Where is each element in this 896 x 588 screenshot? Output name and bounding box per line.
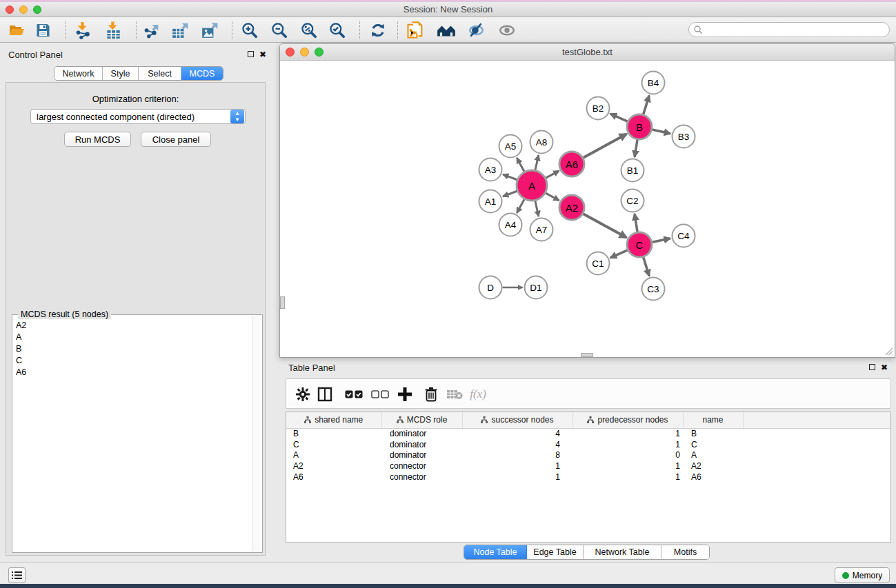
graph-edge-B-B3[interactable] [653, 130, 670, 134]
graph-node-B4[interactable]: B4 [642, 72, 665, 94]
graph-edge-C-C2[interactable] [635, 214, 637, 232]
result-scrollbar-track[interactable] [252, 316, 261, 551]
graph-node-A8[interactable]: A8 [530, 131, 553, 154]
select-all-columns-button[interactable] [341, 383, 366, 405]
import-network-button[interactable] [71, 19, 94, 41]
graph-node-C[interactable]: C [627, 232, 652, 257]
graph-node-A[interactable]: A [517, 170, 547, 201]
graph-node-A6[interactable]: A6 [559, 152, 584, 176]
column-settings-button[interactable] [292, 383, 314, 405]
close-panel-button[interactable]: Close panel [141, 132, 211, 147]
graph-edge-B-B1[interactable] [635, 140, 637, 157]
graph-node-B[interactable]: B [627, 114, 652, 139]
graph-node-C3[interactable]: C3 [642, 278, 665, 301]
table-row[interactable]: A6 connector 1 1 A6 [286, 472, 890, 483]
graph-node-C1[interactable]: C1 [587, 252, 610, 275]
tab-node-table[interactable]: Node Table [464, 545, 527, 559]
graph-node-C2[interactable]: C2 [621, 190, 644, 212]
optimization-criterion-dropdown[interactable]: largest connected component (directed) ▲… [30, 109, 246, 124]
export-network-button[interactable] [139, 19, 163, 41]
save-session-button[interactable] [31, 19, 54, 41]
export-image-button[interactable] [198, 19, 221, 41]
zoom-selected-button[interactable] [326, 19, 349, 41]
tab-mcds[interactable]: MCDS [181, 67, 223, 80]
graph-edge-B-B4[interactable] [644, 96, 650, 114]
run-mcds-button[interactable]: Run MCDS [64, 132, 131, 147]
graph-node-A2[interactable]: A2 [559, 195, 584, 220]
graph-edge-C-C1[interactable] [610, 250, 628, 258]
import-table-button[interactable] [101, 19, 125, 41]
table-row[interactable]: A dominator 8 0 A [286, 449, 890, 460]
graph-node-A4[interactable]: A4 [499, 214, 522, 236]
graph-node-D1[interactable]: D1 [525, 276, 548, 299]
network-graph[interactable]: B4B2BB3A5A8A6A3B1AA1C2A2A4A7CC4C1C3DD1 [280, 61, 895, 357]
search-input[interactable] [703, 23, 889, 36]
graph-edge-A-A3[interactable] [503, 174, 517, 180]
search-field[interactable] [688, 22, 890, 37]
float-table-panel-icon[interactable] [869, 364, 875, 370]
graph-edge-A-A2[interactable] [546, 193, 559, 201]
zoom-fit-button[interactable] [297, 19, 321, 41]
result-item[interactable]: A6 [13, 366, 252, 378]
graph-node-B1[interactable]: B1 [621, 159, 644, 182]
result-item[interactable]: B [13, 343, 252, 354]
show-graphics-details-button[interactable] [495, 19, 519, 41]
apply-preferred-layout-button[interactable] [435, 19, 458, 41]
column-header-mcds-role[interactable]: MCDS role [381, 412, 462, 428]
graph-edge-A-A7[interactable] [535, 201, 539, 216]
delete-columns-button[interactable] [420, 383, 442, 405]
refresh-button[interactable] [366, 19, 390, 41]
create-column-button[interactable] [394, 383, 416, 405]
tab-motifs[interactable]: Motifs [661, 545, 709, 559]
tab-select[interactable]: Select [139, 67, 181, 80]
graph-edge-A-A6[interactable] [546, 171, 559, 178]
graph-node-A3[interactable]: A3 [479, 159, 502, 181]
hide-graphics-details-button[interactable] [464, 19, 488, 41]
network-canvas[interactable]: B4B2BB3A5A8A6A3B1AA1C2A2A4A7CC4C1C3DD1 [280, 61, 895, 357]
graph-edge-A-A8[interactable] [535, 155, 539, 170]
table-row[interactable]: A2 connector 1 1 A2 [286, 460, 890, 472]
window-resize-grip[interactable] [884, 346, 893, 356]
mcds-result-list[interactable]: A2 A B C A6 [13, 319, 252, 551]
graph-edge-A-A1[interactable] [503, 191, 517, 196]
tab-network-table[interactable]: Network Table [584, 545, 661, 559]
graph-edge-A6-B[interactable] [584, 134, 627, 158]
network-window-titlebar[interactable]: testGlobe.txt [280, 44, 895, 61]
graph-edge-C-C4[interactable] [653, 239, 670, 242]
graph-node-A5[interactable]: A5 [499, 135, 522, 158]
graph-edge-B-B2[interactable] [610, 114, 628, 121]
export-table-button[interactable] [168, 19, 192, 41]
graph-edge-A2-C[interactable] [584, 214, 627, 238]
close-table-panel-icon[interactable]: ✖ [881, 363, 888, 372]
open-session-button[interactable] [5, 19, 28, 41]
result-item[interactable]: A2 [13, 319, 252, 331]
zoom-in-button[interactable] [238, 19, 261, 41]
float-panel-icon[interactable] [248, 51, 254, 57]
graph-node-A7[interactable]: A7 [530, 219, 553, 241]
task-history-button[interactable] [8, 567, 26, 583]
table-row[interactable]: B dominator 4 1 B [286, 428, 890, 439]
graph-edge-A-A5[interactable] [517, 158, 524, 172]
delete-table-button[interactable] [444, 383, 466, 405]
horizontal-splitter-handle[interactable] [581, 353, 593, 357]
result-item[interactable]: C [13, 354, 252, 366]
graph-node-B2[interactable]: B2 [587, 97, 610, 120]
graph-node-A1[interactable]: A1 [479, 190, 502, 213]
graph-edge-C-C3[interactable] [644, 257, 650, 276]
graph-edge-A-A4[interactable] [517, 199, 524, 213]
column-header-successor-nodes[interactable]: successor nodes [462, 412, 573, 428]
graph-node-D[interactable]: D [479, 276, 502, 299]
graph-node-B3[interactable]: B3 [673, 125, 695, 148]
panel-mode-button[interactable] [314, 383, 336, 405]
new-network-from-selection-button[interactable] [404, 19, 427, 41]
table-row[interactable]: C dominator 4 1 C [286, 439, 890, 450]
zoom-out-button[interactable] [268, 19, 291, 41]
graph-node-C4[interactable]: C4 [673, 225, 695, 247]
unselect-all-columns-button[interactable] [368, 383, 392, 405]
memory-button[interactable]: Memory [835, 567, 890, 583]
tab-network[interactable]: Network [54, 67, 103, 80]
tab-edge-table[interactable]: Edge Table [527, 545, 584, 559]
close-panel-icon[interactable]: ✖ [259, 50, 266, 59]
result-item[interactable]: A [13, 331, 252, 343]
function-builder-button[interactable]: f(x) [464, 383, 492, 405]
